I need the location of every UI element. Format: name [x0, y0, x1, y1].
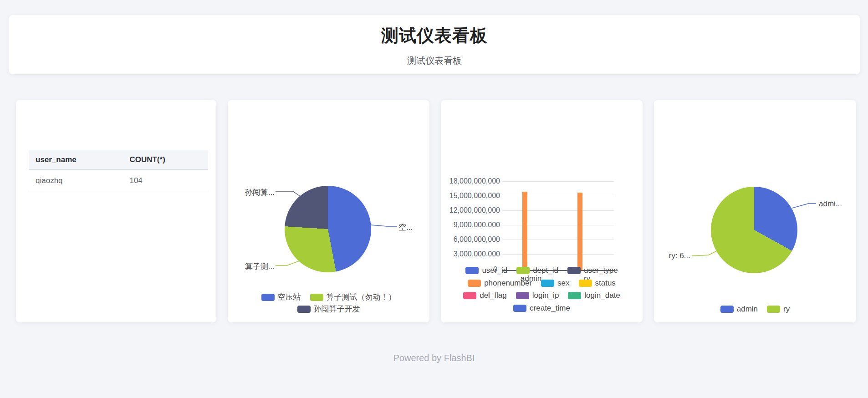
legend-item-create-time[interactable]: create_time	[513, 304, 570, 313]
legend-swatch-icon	[568, 292, 581, 299]
leader-line-ry	[692, 251, 717, 256]
pie-callout-ry: ry: 6...	[654, 251, 690, 260]
bar-phonenumber-ry[interactable]	[577, 193, 582, 270]
dashboard-page: 测试仪表看板 测试仪表看板 user_name COUNT(*) qiaozhq…	[0, 0, 868, 398]
legend-item-phonenumber[interactable]: phonenumber	[468, 279, 532, 288]
legend-swatch-icon	[463, 292, 476, 299]
y-axis-tick: 9,000,000,000	[441, 221, 500, 229]
legend-label: status	[595, 279, 616, 288]
pie-datasets-legend-row-1: 空压站 算子测试（勿动！）	[228, 292, 429, 302]
legend-swatch-icon	[579, 280, 592, 287]
pie-callout-kongyazhan: 空...	[398, 222, 413, 233]
pie-callout-suanzi: 算子测...	[228, 261, 275, 272]
legend-label: dept_id	[533, 266, 558, 275]
table-widget-card: user_name COUNT(*) qiaozhq 104	[16, 100, 216, 322]
legend-swatch-icon	[767, 306, 780, 313]
gridline	[502, 225, 614, 225]
table-row: qiaozhq 104	[29, 170, 208, 191]
legend-swatch-icon	[468, 280, 481, 287]
legend-label: user_type	[584, 266, 618, 275]
powered-by-footer: Powered by FlashBI	[0, 353, 868, 363]
table-header-row: user_name COUNT(*)	[29, 150, 208, 170]
legend-swatch-icon	[541, 280, 554, 287]
y-axis-tick: 18,000,000,000	[441, 177, 500, 185]
leader-line-suanzi	[276, 260, 301, 265]
column-header-count: COUNT(*)	[123, 150, 208, 170]
legend-item-kongyazhan[interactable]: 空压站	[261, 292, 301, 302]
y-axis-tick: 6,000,000,000	[441, 235, 500, 244]
pie-callout-sunchuang: 孙闯算...	[228, 187, 275, 198]
gridline	[502, 240, 614, 240]
legend-item-del-flag[interactable]: del_flag	[463, 291, 507, 300]
legend-swatch-icon	[310, 294, 323, 301]
legend-label: 算子测试（勿动！）	[327, 292, 396, 302]
legend-item-status[interactable]: status	[579, 279, 616, 288]
column-header-user-name: user_name	[29, 150, 123, 170]
legend-swatch-icon	[513, 305, 526, 312]
pie-chart-datasets[interactable]	[285, 186, 371, 272]
y-axis-tick: 15,000,000,000	[441, 192, 500, 200]
page-subtitle: 测试仪表看板	[9, 55, 860, 67]
legend-swatch-icon	[261, 294, 275, 301]
dashboard-header-card: 测试仪表看板 测试仪表看板	[9, 15, 860, 74]
bar-chart-card: 18,000,000,000 15,000,000,000 12,000,000…	[441, 100, 643, 322]
gridline	[502, 181, 614, 182]
pie-users-card: admi... ry: 6... admin ry	[654, 100, 856, 322]
legend-item-suanzi[interactable]: 算子测试（勿动！）	[310, 292, 396, 302]
legend-swatch-icon	[516, 292, 529, 299]
bar-phonenumber-admin[interactable]	[522, 192, 527, 270]
legend-label: create_time	[530, 304, 570, 313]
legend-swatch-icon	[297, 306, 311, 313]
pie-callout-admin: admi...	[819, 199, 842, 209]
legend-label: phonenumber	[484, 279, 532, 288]
legend-item-user-type[interactable]: user_type	[567, 266, 618, 275]
legend-item-login-date[interactable]: login_date	[568, 291, 620, 300]
legend-item-dept-id[interactable]: dept_id	[516, 266, 558, 275]
legend-label: ry	[783, 305, 790, 314]
y-axis-tick-zero: 0	[441, 265, 497, 274]
leader-line-admin	[792, 204, 816, 208]
legend-swatch-icon	[516, 267, 530, 274]
pie-chart-users[interactable]	[711, 187, 797, 273]
legend-label: sex	[557, 279, 569, 288]
legend-label: del_flag	[480, 291, 507, 300]
legend-label: login_date	[584, 291, 620, 300]
gridline	[502, 196, 614, 196]
legend-item-ry[interactable]: ry	[767, 305, 790, 314]
legend-label: admin	[737, 305, 758, 314]
leader-line-sunchuang	[276, 191, 301, 197]
legend-label: 空压站	[278, 292, 301, 302]
pie-users-legend-row: admin ry	[654, 305, 856, 314]
cell-user-name: qiaozhq	[29, 170, 123, 191]
legend-item-sunchuang[interactable]: 孙闯算子开发	[297, 304, 360, 314]
legend-item-sex[interactable]: sex	[541, 279, 569, 288]
y-axis-tick: 12,000,000,000	[441, 206, 500, 214]
legend-item-login-ip[interactable]: login_ip	[516, 291, 559, 300]
bar-legend-row-3: del_flag login_ip login_date	[441, 291, 643, 300]
legend-label: login_ip	[532, 291, 559, 300]
pie-datasets-legend-row-2: 孙闯算子开发	[228, 304, 429, 314]
page-title: 测试仪表看板	[9, 15, 860, 47]
legend-label: 孙闯算子开发	[314, 304, 360, 314]
bar-legend-row-4: create_time	[441, 304, 643, 313]
gridline	[502, 254, 614, 255]
leader-line-kongyazhan	[371, 225, 397, 226]
legend-swatch-icon	[720, 306, 734, 313]
pie-datasets-card: 孙闯算... 算子测... 空... 空压站 算子测试（勿动！） 孙闯算子开发	[228, 100, 429, 322]
legend-swatch-icon	[567, 267, 581, 274]
gridline	[502, 210, 614, 211]
legend-item-admin[interactable]: admin	[720, 305, 758, 314]
result-table: user_name COUNT(*) qiaozhq 104	[29, 150, 208, 191]
y-axis-tick: 3,000,000,000	[441, 250, 500, 258]
cell-count: 104	[123, 170, 208, 191]
bar-legend-row-2: phonenumber sex status	[441, 279, 643, 288]
